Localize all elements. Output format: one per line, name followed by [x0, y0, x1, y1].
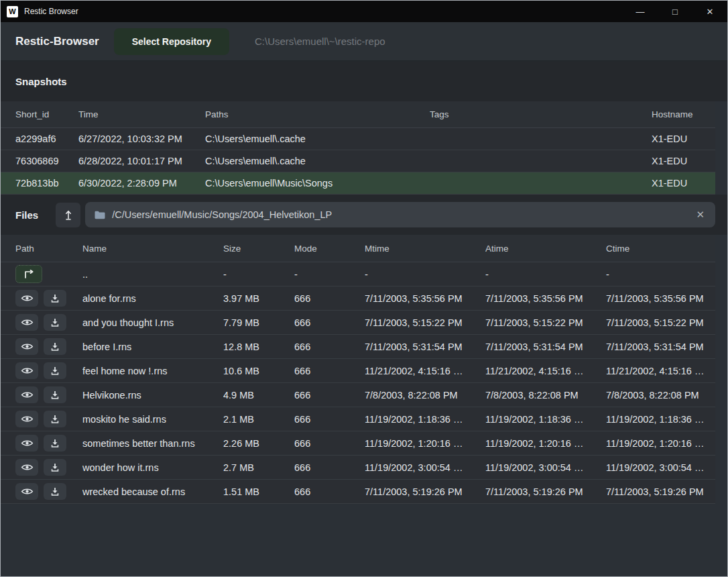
eye-icon [21, 439, 34, 448]
file-row: wrecked because of.rns 1.51 MB 666 7/11/… [1, 480, 715, 504]
file-size: 2.1 MB [223, 414, 294, 425]
snapshot-hostname: X1-EDU [652, 134, 717, 144]
eye-icon [21, 390, 34, 399]
download-file-button[interactable] [44, 290, 66, 307]
file-mode: 666 [294, 366, 365, 376]
file-mode: 666 [294, 414, 365, 425]
column-header-mode: Mode [294, 244, 365, 254]
file-atime: 7/11/2003, 5:15:22 PM [485, 317, 606, 328]
file-row: Helvikone.rns 4.9 MB 666 7/8/2003, 8:22:… [1, 383, 715, 407]
column-header-paths: Paths [205, 109, 430, 119]
file-mode: 666 [294, 486, 365, 497]
column-header-short-id: Short_id [15, 109, 78, 119]
repository-path: C:\Users\emuell\~\restic-repo [255, 36, 385, 47]
download-file-button[interactable] [44, 411, 66, 427]
file-mtime: 11/19/2002, 3:00:54 … [365, 462, 485, 473]
file-name: sometimes better than.rns [82, 438, 223, 449]
file-atime: - [485, 269, 606, 280]
download-file-button[interactable] [44, 314, 66, 331]
download-file-button[interactable] [44, 338, 66, 355]
preview-file-button[interactable] [15, 338, 38, 355]
snapshots-heading: Snapshots [15, 76, 67, 87]
app-icon-letter: W [9, 7, 15, 15]
column-header-time: Time [78, 109, 205, 119]
file-atime: 7/11/2003, 5:31:54 PM [485, 342, 606, 352]
files-heading: Files [15, 209, 38, 221]
snapshot-hostname: X1-EDU [652, 178, 717, 189]
file-name: wrecked because of.rns [82, 486, 223, 497]
file-mode: 666 [294, 342, 365, 352]
file-name: before I.rns [82, 342, 223, 352]
eye-icon [21, 294, 34, 303]
app-icon: W [7, 6, 18, 17]
maximize-icon[interactable]: □ [658, 1, 692, 22]
file-atime: 11/19/2002, 1:20:16 … [485, 438, 606, 449]
file-ctime: 7/11/2003, 5:19:26 PM [606, 486, 717, 497]
file-row: and you thought I.rns 7.79 MB 666 7/11/2… [1, 311, 715, 335]
snapshot-row[interactable]: a2299af6 6/27/2022, 10:03:32 PM C:\Users… [1, 128, 715, 150]
file-mtime: - [365, 269, 485, 280]
file-name: .. [82, 269, 223, 280]
file-row: moskito he said.rns 2.1 MB 666 11/19/200… [1, 407, 715, 431]
file-atime: 7/8/2003, 8:22:08 PM [485, 390, 606, 401]
file-mtime: 7/8/2003, 8:22:08 PM [365, 390, 485, 401]
clear-path-icon[interactable]: ✕ [694, 209, 706, 221]
snapshot-paths: C:\Users\emuell\Music\Songs [205, 178, 430, 189]
file-name: moskito he said.rns [82, 414, 223, 425]
eye-icon [21, 342, 34, 351]
download-icon [50, 294, 60, 303]
file-ctime: 11/19/2002, 1:20:16 … [606, 438, 717, 449]
level-up-button[interactable] [56, 203, 80, 227]
titlebar: W Restic Browser — □ ✕ [1, 1, 727, 22]
close-icon[interactable]: ✕ [692, 1, 727, 22]
file-size: 2.7 MB [223, 462, 294, 473]
minimize-icon[interactable]: — [623, 1, 658, 22]
preview-file-button[interactable] [15, 314, 38, 331]
preview-file-button[interactable] [15, 386, 38, 403]
preview-file-button[interactable] [15, 362, 38, 379]
arrow-up-from-bar-icon [64, 209, 73, 220]
preview-file-button[interactable] [15, 483, 38, 500]
current-path-bar[interactable]: /C/Users/emuell/Music/Songs/2004_Helveti… [85, 202, 715, 227]
window-controls: — □ ✕ [623, 1, 727, 22]
go-parent-directory-button[interactable] [15, 265, 42, 283]
snapshot-time: 6/30/2022, 2:28:09 PM [78, 178, 205, 189]
preview-file-button[interactable] [15, 411, 38, 427]
file-mode: 666 [294, 293, 365, 304]
download-file-button[interactable] [44, 459, 66, 476]
file-atime: 11/19/2002, 1:18:36 … [485, 414, 606, 425]
snapshot-row[interactable]: 76306869 6/28/2022, 10:01:17 PM C:\Users… [1, 150, 715, 172]
file-ctime: 11/21/2002, 4:15:16 … [606, 366, 717, 376]
file-mtime: 11/19/2002, 1:20:16 … [365, 438, 485, 449]
preview-file-button[interactable] [15, 459, 38, 476]
file-name: Helvikone.rns [82, 390, 223, 401]
file-name: and you thought I.rns [82, 317, 223, 328]
snapshot-row-selected[interactable]: 72b813bb 6/30/2022, 2:28:09 PM C:\Users\… [1, 172, 715, 195]
column-header-name: Name [82, 244, 223, 254]
file-size: 4.9 MB [223, 390, 294, 401]
preview-file-button[interactable] [15, 435, 38, 452]
column-header-ctime: Ctime [606, 244, 717, 254]
snapshot-paths: C:\Users\emuell\.cache [205, 134, 430, 144]
file-ctime: 11/19/2002, 1:18:36 … [606, 414, 717, 425]
file-mode: 666 [294, 317, 365, 328]
snapshots-section-header: Snapshots [1, 61, 727, 101]
download-file-button[interactable] [44, 386, 66, 403]
preview-file-button[interactable] [15, 290, 38, 307]
file-name: alone for.rns [82, 293, 223, 304]
download-icon [50, 390, 60, 400]
select-repository-button[interactable]: Select Repository [114, 28, 229, 55]
eye-icon [21, 366, 34, 375]
files-table-header: Path Name Size Mode Mtime Atime Ctime [1, 235, 715, 262]
download-file-button[interactable] [44, 483, 66, 500]
file-ctime: 7/11/2003, 5:31:54 PM [606, 342, 717, 352]
file-mtime: 11/19/2002, 1:18:36 … [365, 414, 485, 425]
column-header-path: Path [15, 244, 82, 254]
download-file-button[interactable] [44, 435, 66, 452]
file-row: feel home now !.rns 10.6 MB 666 11/21/20… [1, 359, 715, 383]
file-ctime: 7/11/2003, 5:35:56 PM [606, 293, 717, 304]
column-header-hostname: Hostname [652, 109, 717, 119]
snapshot-short-id: 76306869 [15, 156, 78, 166]
download-file-button[interactable] [44, 362, 66, 379]
file-row: before I.rns 12.8 MB 666 7/11/2003, 5:31… [1, 335, 715, 359]
